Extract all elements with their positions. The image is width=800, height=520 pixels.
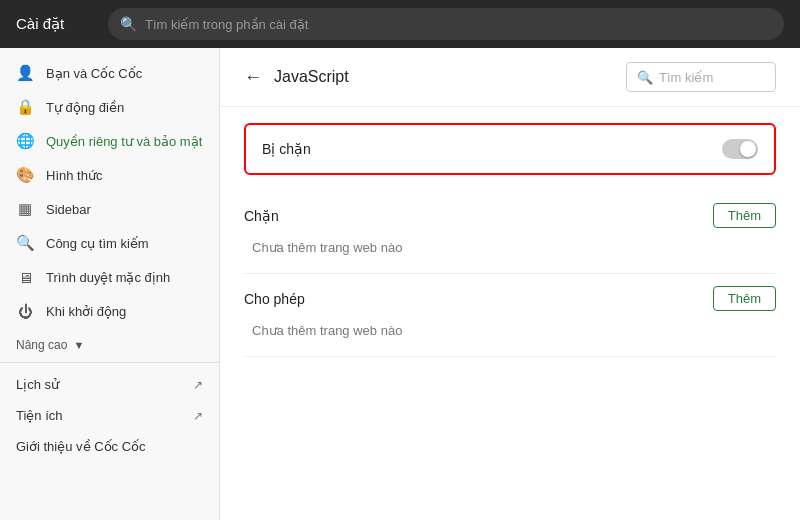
content-search-input[interactable]: [659, 70, 765, 85]
chan-title: Chặn: [244, 208, 279, 224]
sidebar-item-ban-va-coc-coc[interactable]: 👤 Bạn và Cốc Cốc: [0, 56, 219, 90]
main-layout: 👤 Bạn và Cốc Cốc 🔒 Tự động điền 🌐 Quyền …: [0, 48, 800, 520]
chevron-down-icon: ▼: [73, 339, 84, 351]
appearance-icon: 🎨: [16, 166, 34, 184]
topbar: Cài đặt 🔍: [0, 0, 800, 48]
privacy-icon: 🌐: [16, 132, 34, 150]
sidebar-label-trinh-duyet-mac-dinh: Trình duyệt mặc định: [46, 270, 203, 285]
cho-phep-section: Cho phép Thêm Chưa thêm trang web nào: [244, 274, 776, 357]
sidebar-item-quyen-rieng-tu[interactable]: 🌐 Quyền riêng tư và bảo mật: [0, 124, 219, 158]
sidebar-label-tu-dong-dien: Tự động điền: [46, 100, 203, 115]
sidebar-divider: [0, 362, 219, 363]
sidebar-section-nang-cao[interactable]: Nâng cao ▼: [0, 328, 219, 356]
sidebar: 👤 Bạn và Cốc Cốc 🔒 Tự động điền 🌐 Quyền …: [0, 48, 220, 520]
startup-icon: ⏻: [16, 302, 34, 320]
content-area: ← JavaScript 🔍 Bị chặn Chặn Thêm Chưa th…: [220, 48, 800, 520]
back-button[interactable]: ←: [244, 68, 262, 86]
content-title: JavaScript: [274, 68, 614, 86]
topbar-search-box[interactable]: 🔍: [108, 8, 784, 40]
sidebar-label-lich-su: Lịch sử: [16, 377, 181, 392]
sidebar-item-sidebar[interactable]: ▦ Sidebar: [0, 192, 219, 226]
sidebar-label-gioi-thieu: Giới thiệu về Cốc Cốc: [16, 439, 203, 454]
cho-phep-add-button[interactable]: Thêm: [713, 286, 776, 311]
chan-add-button[interactable]: Thêm: [713, 203, 776, 228]
sidebar-item-hinh-thuc[interactable]: 🎨 Hình thức: [0, 158, 219, 192]
sidebar-item-khi-khoi-dong[interactable]: ⏻ Khi khởi động: [0, 294, 219, 328]
sidebar-item-cong-cu-tim-kiem[interactable]: 🔍 Công cụ tìm kiếm: [0, 226, 219, 260]
sidebar-label-sidebar: Sidebar: [46, 202, 203, 217]
search-engine-icon: 🔍: [16, 234, 34, 252]
autofill-icon: 🔒: [16, 98, 34, 116]
chan-section: Chặn Thêm Chưa thêm trang web nào: [244, 191, 776, 274]
external-link-icon: ↗: [193, 378, 203, 392]
chan-empty: Chưa thêm trang web nào: [244, 234, 776, 261]
cho-phep-header: Cho phép Thêm: [244, 286, 776, 311]
user-icon: 👤: [16, 64, 34, 82]
sidebar-label-ban-va-coc-coc: Bạn và Cốc Cốc: [46, 66, 203, 81]
sidebar-item-gioi-thieu[interactable]: Giới thiệu về Cốc Cốc: [0, 431, 219, 462]
sidebar-label-quyen-rieng-tu: Quyền riêng tư và bảo mật: [46, 134, 203, 149]
external-link-icon-2: ↗: [193, 409, 203, 423]
sidebar-label-cong-cu-tim-kiem: Công cụ tìm kiếm: [46, 236, 203, 251]
topbar-search-input[interactable]: [145, 17, 772, 32]
cho-phep-empty: Chưa thêm trang web nào: [244, 317, 776, 344]
cho-phep-title: Cho phép: [244, 291, 305, 307]
blocked-label: Bị chặn: [262, 141, 311, 157]
nang-cao-label: Nâng cao: [16, 338, 67, 352]
topbar-search-icon: 🔍: [120, 16, 137, 32]
sidebar-label-hinh-thuc: Hình thức: [46, 168, 203, 183]
content-header: ← JavaScript 🔍: [220, 48, 800, 107]
sidebar-item-tien-ich[interactable]: Tiện ích ↗: [0, 400, 219, 431]
sidebar-label-tien-ich: Tiện ích: [16, 408, 181, 423]
topbar-title: Cài đặt: [16, 15, 96, 33]
chan-header: Chặn Thêm: [244, 203, 776, 228]
sidebar-item-tu-dong-dien[interactable]: 🔒 Tự động điền: [0, 90, 219, 124]
sidebar-label-khi-khoi-dong: Khi khởi động: [46, 304, 203, 319]
blocked-toggle[interactable]: [722, 139, 758, 159]
sidebar-item-trinh-duyet-mac-dinh[interactable]: 🖥 Trình duyệt mặc định: [0, 260, 219, 294]
default-browser-icon: 🖥: [16, 268, 34, 286]
content-search-box[interactable]: 🔍: [626, 62, 776, 92]
sidebar-icon: ▦: [16, 200, 34, 218]
blocked-section: Bị chặn: [244, 123, 776, 175]
sidebar-item-lich-su[interactable]: Lịch sử ↗: [0, 369, 219, 400]
content-search-icon: 🔍: [637, 70, 653, 85]
